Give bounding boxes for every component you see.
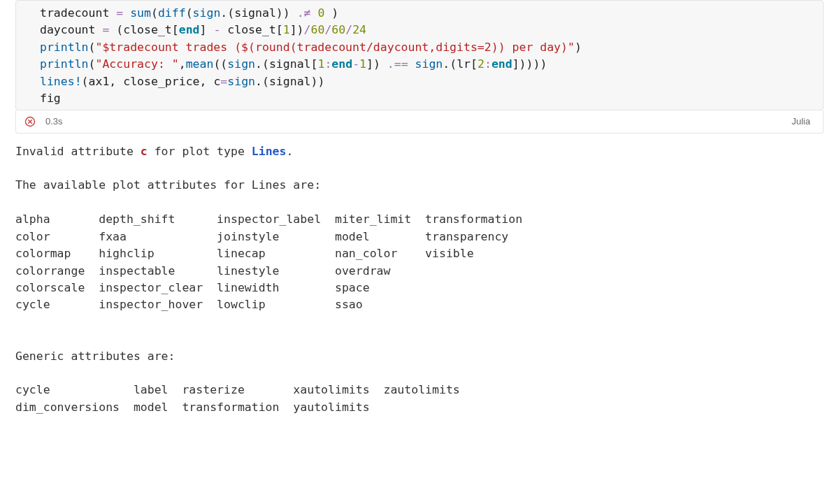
available-heading: The available plot attributes for Lines … xyxy=(15,178,321,192)
code-line[interactable]: println("Accuracy: ",mean((sign.(signal[… xyxy=(40,56,799,73)
code-line[interactable]: daycount = (close_t[end] - close_t[1])/6… xyxy=(40,22,799,38)
cell-status-bar: 0.3s Julia xyxy=(15,110,824,133)
error-plot-type: Lines xyxy=(252,145,287,158)
generic-attributes-table: cycle label rasterize xautolimits zautol… xyxy=(15,383,460,413)
error-attribute: c xyxy=(141,145,148,158)
generic-heading: Generic attributes are: xyxy=(15,350,175,363)
code-line[interactable]: lines!(ax1, close_price, c=sign.(signal)… xyxy=(40,73,799,90)
error-icon xyxy=(24,116,36,127)
code-cell[interactable]: tradecount = sum(diff(sign.(signal)) .≠ … xyxy=(15,0,824,110)
execution-time: 0.3s xyxy=(45,115,63,128)
code-line[interactable]: fig xyxy=(40,90,799,107)
code-line[interactable]: println("$tradecount trades ($(round(tra… xyxy=(40,39,799,56)
error-line: Invalid attribute c for plot type Lines. xyxy=(15,145,293,158)
cell-output: Invalid attribute c for plot type Lines.… xyxy=(0,134,839,431)
code-block[interactable]: tradecount = sum(diff(sign.(signal)) .≠ … xyxy=(40,5,799,107)
kernel-language: Julia xyxy=(791,115,810,128)
plot-attributes-table: alpha depth_shift inspector_label miter_… xyxy=(15,213,522,311)
code-line[interactable]: tradecount = sum(diff(sign.(signal)) .≠ … xyxy=(40,5,799,22)
